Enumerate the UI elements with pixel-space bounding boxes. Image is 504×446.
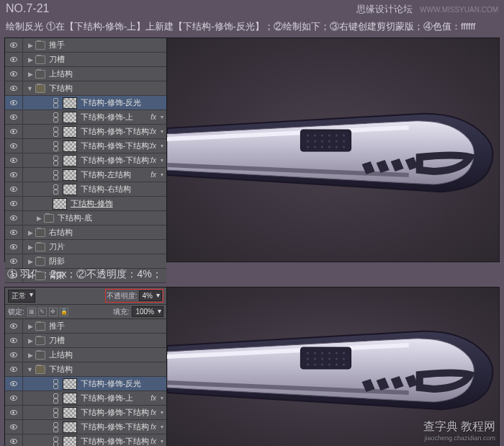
chevron-down-icon[interactable]: ▾ — [158, 424, 166, 430]
layer-row[interactable]: 下结构-修饰-下结构fx▾ — [5, 434, 166, 446]
svg-point-24 — [336, 352, 338, 354]
visibility-toggle[interactable] — [5, 362, 23, 376]
visibility-toggle[interactable] — [5, 377, 23, 391]
layer-row[interactable]: 下结构-修饰-反光 — [5, 377, 166, 391]
expand-arrow[interactable]: ▼ — [23, 366, 33, 373]
layer-row[interactable]: 下结构-修饰 — [5, 197, 166, 211]
layer-row[interactable]: 下结构-修饰-下结构fx▾ — [5, 406, 166, 420]
lock-transparency-icon[interactable]: ▦ — [27, 308, 36, 316]
layer-row[interactable]: 下结构-修饰-下结构3fx▾ — [5, 125, 166, 139]
clip-link-icon — [52, 184, 59, 195]
visibility-toggle[interactable] — [5, 391, 23, 405]
fx-badge[interactable]: fx — [150, 394, 156, 402]
lock-position-icon[interactable]: ✥ — [49, 308, 58, 316]
visibility-toggle[interactable] — [5, 226, 23, 239]
layer-name-label: 上结构 — [48, 349, 166, 360]
layer-row[interactable]: ▶刀槽 — [5, 334, 166, 348]
opacity-value-dropdown[interactable]: 4% — [139, 290, 162, 301]
visibility-toggle[interactable] — [5, 81, 23, 95]
eye-icon — [10, 215, 17, 220]
layer-row[interactable]: 下结构-右结构 — [5, 182, 166, 197]
svg-point-37 — [343, 363, 345, 365]
layer-name-label: 下结构-修饰-下结构 — [79, 407, 150, 418]
expand-arrow[interactable]: ▶ — [23, 215, 42, 222]
visibility-toggle[interactable] — [5, 406, 23, 419]
visibility-toggle[interactable] — [5, 334, 23, 347]
layer-row[interactable]: 下结构-修饰-下结构fx▾ — [5, 420, 166, 434]
lock-pixels-icon[interactable]: ✎ — [38, 308, 47, 316]
layer-row[interactable]: 下结构-修饰-下结构1fx▾ — [5, 153, 166, 168]
chevron-down-icon[interactable]: ▾ — [158, 157, 166, 164]
fx-badge[interactable]: fx — [150, 142, 156, 150]
layer-row[interactable]: ▶右结构 — [5, 226, 166, 240]
expand-arrow[interactable]: ▶ — [23, 244, 33, 251]
visibility-toggle[interactable] — [5, 319, 23, 333]
layer-row[interactable]: 下结构-修饰-上fx▾ — [5, 391, 166, 406]
chevron-down-icon[interactable]: ▾ — [158, 143, 166, 149]
visibility-toggle[interactable] — [5, 139, 23, 153]
fx-badge[interactable]: fx — [150, 113, 156, 121]
visibility-toggle[interactable] — [5, 153, 23, 167]
layer-row[interactable]: ▶刀槽 — [5, 53, 166, 67]
layer-row[interactable]: 下结构-修饰-上fx▾ — [5, 110, 166, 125]
fx-badge[interactable]: fx — [150, 156, 156, 164]
expand-arrow[interactable]: ▶ — [23, 42, 33, 49]
chevron-down-icon[interactable]: ▾ — [158, 114, 166, 120]
layer-row[interactable]: ▶上结构 — [5, 348, 166, 362]
layer-row[interactable]: ▶下结构-底 — [5, 211, 166, 226]
layer-row[interactable]: ▼下结构 — [5, 81, 166, 96]
fx-badge[interactable]: fx — [150, 171, 156, 179]
layer-row[interactable]: ▶上结构 — [5, 67, 166, 81]
expand-arrow[interactable]: ▼ — [23, 85, 33, 92]
chevron-down-icon[interactable]: ▾ — [158, 128, 166, 135]
layer-name-label: 刀槽 — [48, 54, 166, 65]
fill-label: 填充: — [113, 307, 130, 317]
visibility-toggle[interactable] — [5, 53, 23, 66]
layer-row[interactable]: ▶阴影 — [5, 254, 166, 269]
visibility-toggle[interactable] — [5, 211, 23, 225]
visibility-toggle[interactable] — [5, 420, 23, 434]
layer-row[interactable]: ▶推手 — [5, 38, 166, 53]
visibility-toggle[interactable] — [5, 67, 23, 81]
expand-arrow[interactable]: ▶ — [23, 258, 33, 265]
fx-badge[interactable]: fx — [150, 409, 156, 416]
layer-name-label: 上结构 — [48, 68, 166, 79]
expand-arrow[interactable]: ▶ — [23, 352, 33, 359]
visibility-toggle[interactable] — [5, 96, 23, 110]
layer-row[interactable]: 下结构-左结构fx▾ — [5, 168, 166, 182]
layer-row[interactable]: 下结构-修饰-下结构2fx▾ — [5, 139, 166, 153]
expand-arrow[interactable]: ▶ — [23, 56, 33, 63]
svg-point-4 — [328, 134, 330, 136]
visibility-toggle[interactable] — [5, 197, 23, 210]
chevron-down-icon[interactable]: ▾ — [158, 395, 166, 401]
expand-arrow[interactable]: ▶ — [23, 229, 33, 236]
expand-arrow[interactable]: ▶ — [23, 323, 33, 330]
visibility-toggle[interactable] — [5, 182, 23, 196]
lock-all-icon[interactable]: 🔒 — [60, 308, 68, 316]
chevron-down-icon[interactable]: ▾ — [158, 438, 166, 445]
visibility-toggle[interactable] — [5, 348, 23, 362]
visibility-toggle[interactable] — [5, 240, 23, 254]
visibility-toggle[interactable] — [5, 434, 23, 446]
visibility-toggle[interactable] — [5, 168, 23, 182]
expand-arrow[interactable]: ▶ — [23, 337, 33, 344]
layer-row[interactable]: 下结构-修饰-反光 — [5, 96, 166, 110]
layer-row[interactable]: ▼下结构 — [5, 362, 166, 377]
layer-row[interactable]: ▶刀片 — [5, 240, 166, 254]
clip-link-icon — [52, 437, 59, 447]
fx-badge[interactable]: fx — [150, 437, 156, 445]
fx-badge[interactable]: fx — [150, 128, 156, 135]
visibility-toggle[interactable] — [5, 254, 23, 268]
chevron-down-icon[interactable]: ▾ — [158, 409, 166, 416]
fill-value-dropdown[interactable]: 100% — [132, 306, 163, 317]
blend-mode-dropdown[interactable]: 正常 — [8, 290, 35, 303]
layer-row[interactable]: ▶推手 — [5, 319, 166, 334]
visibility-toggle[interactable] — [5, 110, 23, 124]
fx-badge[interactable]: fx — [150, 423, 156, 431]
layer-name-label: 下结构 — [48, 364, 166, 375]
folder-icon — [44, 214, 54, 223]
visibility-toggle[interactable] — [5, 125, 23, 138]
expand-arrow[interactable]: ▶ — [23, 71, 33, 78]
chevron-down-icon[interactable]: ▾ — [158, 171, 166, 178]
visibility-toggle[interactable] — [5, 38, 23, 52]
